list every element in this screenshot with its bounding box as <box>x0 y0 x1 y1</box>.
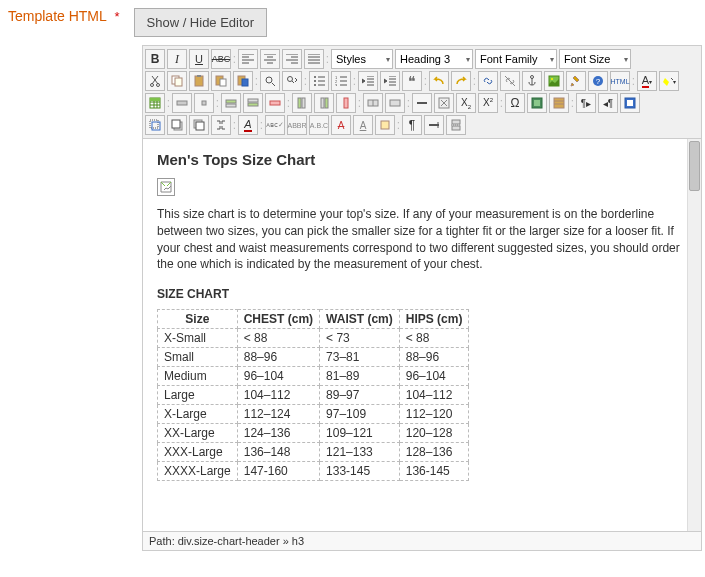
attribs-button[interactable] <box>375 115 395 135</box>
blockquote-button[interactable]: ❝ <box>402 71 422 91</box>
editor-toolbar: B I U ABC Styles Heading 3 Font Family F… <box>143 46 701 139</box>
table-cell: 147-160 <box>237 462 319 481</box>
help-button[interactable]: ? <box>588 71 608 91</box>
hr-button[interactable] <box>412 93 432 113</box>
align-justify-button[interactable] <box>304 49 324 69</box>
nonbreaking-button[interactable] <box>424 115 444 135</box>
table-cell: 88–96 <box>399 348 469 367</box>
table-cell: X-Large <box>158 405 238 424</box>
superscript-button[interactable]: X2 <box>478 93 498 113</box>
split-cells-button[interactable] <box>363 93 383 113</box>
cell-props-button[interactable] <box>194 93 214 113</box>
unordered-list-button[interactable] <box>309 71 329 91</box>
absolute-button[interactable] <box>211 115 231 135</box>
delete-col-button[interactable] <box>336 93 356 113</box>
ltr-button[interactable]: ¶▸ <box>576 93 596 113</box>
copy-button[interactable] <box>167 71 187 91</box>
visualchars-button[interactable]: ¶ <box>402 115 422 135</box>
size-chart-label: SIZE CHART <box>157 287 687 301</box>
svg-rect-45 <box>150 120 158 128</box>
charmap-button[interactable]: Ω <box>505 93 525 113</box>
outdent-button[interactable] <box>358 71 378 91</box>
svg-rect-26 <box>202 101 206 105</box>
underline-button[interactable]: U <box>189 49 209 69</box>
table-cell: 120–128 <box>399 424 469 443</box>
styles-select[interactable]: Styles <box>331 49 393 69</box>
styleprops-button[interactable]: A <box>238 115 258 135</box>
insert-row-after-button[interactable] <box>243 93 263 113</box>
html-button[interactable]: HTML <box>610 71 630 91</box>
layer-backward-button[interactable] <box>189 115 209 135</box>
show-hide-editor-button[interactable]: Show / Hide Editor <box>134 8 268 37</box>
table-cell: 136-145 <box>399 462 469 481</box>
ordered-list-button[interactable]: 123 <box>331 71 351 91</box>
svg-rect-32 <box>298 98 301 108</box>
content-scrollbar[interactable] <box>687 139 701 531</box>
table-row: Small88–9673–8188–96 <box>158 348 469 367</box>
del-button[interactable]: A <box>331 115 351 135</box>
table-cell: 124–136 <box>237 424 319 443</box>
abbr-button[interactable]: ABBR <box>287 115 307 135</box>
advhr-button[interactable] <box>549 93 569 113</box>
delete-row-button[interactable] <box>265 93 285 113</box>
row-props-button[interactable] <box>172 93 192 113</box>
svg-point-13 <box>314 80 316 82</box>
remove-format-button[interactable] <box>434 93 454 113</box>
align-left-button[interactable] <box>238 49 258 69</box>
acronym-button[interactable]: A.B.C <box>309 115 329 135</box>
table-button[interactable] <box>145 93 165 113</box>
pagebreak-button[interactable] <box>446 115 466 135</box>
table-cell: 96–104 <box>399 367 469 386</box>
font-family-select[interactable]: Font Family <box>475 49 557 69</box>
paste-word-button[interactable] <box>233 71 253 91</box>
svg-rect-41 <box>534 100 540 106</box>
undo-button[interactable] <box>429 71 449 91</box>
size-chart-table: SizeCHEST (cm)WAIST (cm)HIPS (cm) X-Smal… <box>157 309 469 481</box>
insert-col-after-button[interactable] <box>314 93 334 113</box>
font-size-select[interactable]: Font Size <box>559 49 631 69</box>
redo-button[interactable] <box>451 71 471 91</box>
editor-content[interactable]: Men's Tops Size Chart This size chart is… <box>143 139 701 531</box>
bold-button[interactable]: B <box>145 49 165 69</box>
merge-cells-button[interactable] <box>385 93 405 113</box>
image-button[interactable] <box>544 71 564 91</box>
insert-row-before-button[interactable] <box>221 93 241 113</box>
align-center-button[interactable] <box>260 49 280 69</box>
italic-button[interactable]: I <box>167 49 187 69</box>
svg-point-14 <box>314 84 316 86</box>
svg-rect-36 <box>344 98 348 108</box>
paste-text-button[interactable] <box>211 71 231 91</box>
media-button[interactable] <box>527 93 547 113</box>
table-cell: 89–97 <box>320 386 400 405</box>
find-button[interactable] <box>260 71 280 91</box>
paste-button[interactable] <box>189 71 209 91</box>
cleanup-button[interactable] <box>566 71 586 91</box>
layer-button[interactable] <box>145 115 165 135</box>
svg-rect-9 <box>242 79 248 86</box>
anchor-button[interactable] <box>522 71 542 91</box>
layer-forward-button[interactable] <box>167 115 187 135</box>
insert-col-before-button[interactable] <box>292 93 312 113</box>
svg-rect-42 <box>554 98 564 108</box>
link-button[interactable] <box>478 71 498 91</box>
table-cell: 133-145 <box>320 462 400 481</box>
fullscreen-button[interactable] <box>620 93 640 113</box>
text-color-button[interactable]: A▾ <box>637 71 657 91</box>
align-right-button[interactable] <box>282 49 302 69</box>
table-row: XX-Large124–136109–121120–128 <box>158 424 469 443</box>
background-color-button[interactable]: ▾ <box>659 71 679 91</box>
replace-button[interactable] <box>282 71 302 91</box>
indent-button[interactable] <box>380 71 400 91</box>
subscript-button[interactable]: X2 <box>456 93 476 113</box>
wysiwyg-editor: B I U ABC Styles Heading 3 Font Family F… <box>142 45 702 551</box>
ins-button[interactable]: A <box>353 115 373 135</box>
format-select[interactable]: Heading 3 <box>395 49 473 69</box>
unlink-button[interactable] <box>500 71 520 91</box>
content-title: Men's Tops Size Chart <box>157 151 687 168</box>
svg-rect-53 <box>452 120 460 124</box>
spellcheck-button[interactable]: ᴀʙᴄ✓ <box>265 115 285 135</box>
strikethrough-button[interactable]: ABC <box>211 49 231 69</box>
svg-rect-54 <box>452 126 460 130</box>
rtl-button[interactable]: ◂¶ <box>598 93 618 113</box>
cut-button[interactable] <box>145 71 165 91</box>
